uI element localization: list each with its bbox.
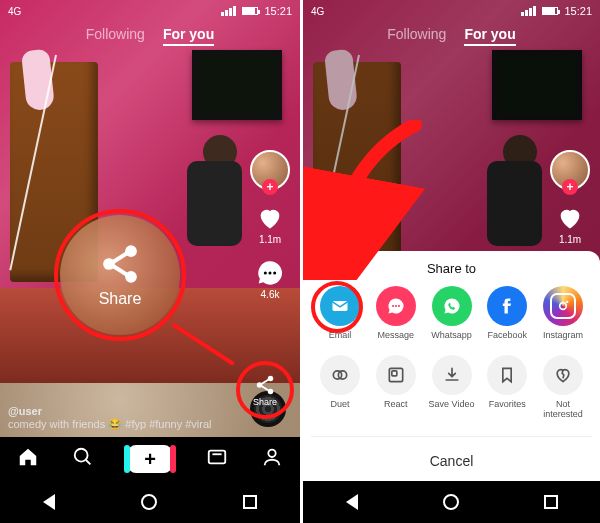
follow-plus-icon[interactable]: +: [562, 179, 578, 195]
share-label: Instagram: [543, 331, 583, 341]
svg-point-0: [264, 271, 267, 274]
like-button[interactable]: 1.1m: [555, 204, 585, 245]
svg-point-9: [75, 449, 88, 462]
svg-point-17: [566, 301, 568, 303]
nav-home[interactable]: [141, 494, 157, 510]
comment-icon: [255, 259, 285, 287]
heart-icon: [555, 204, 585, 232]
svg-point-1: [268, 271, 271, 274]
share-option-favorites[interactable]: Favorites: [482, 355, 532, 420]
caption-description: comedy with friends 😂 #fyp #funny #viral: [8, 417, 240, 431]
recents-square-icon: [243, 495, 257, 509]
share-label: Not interested: [543, 400, 583, 420]
tab-following[interactable]: Following: [387, 26, 446, 46]
search-icon: [72, 446, 94, 468]
tab-discover[interactable]: [72, 446, 94, 472]
plus-icon: +: [128, 445, 172, 473]
feed-tabs: Following For you: [303, 26, 600, 46]
share-option-message[interactable]: Message: [371, 286, 421, 341]
share-option-react[interactable]: React: [371, 355, 421, 420]
tab-inbox[interactable]: [206, 446, 228, 472]
phone-left-feed: 4G 15:21 Following For you + 1.1m 4.6k S…: [0, 0, 300, 523]
heart-icon: [255, 204, 285, 232]
author-avatar[interactable]: +: [250, 150, 290, 190]
feed-tabs: Following For you: [0, 26, 300, 46]
svg-point-13: [392, 305, 394, 307]
share-label: Save Video: [429, 400, 475, 410]
share-option-facebook[interactable]: Facebook: [482, 286, 532, 341]
comment-count: 4.6k: [261, 289, 280, 300]
back-triangle-icon: [43, 494, 55, 510]
svg-point-16: [560, 303, 567, 310]
share-sheet-title: Share to: [427, 261, 476, 276]
share-option-not-interested[interactable]: Not interested: [538, 355, 588, 420]
tab-for-you[interactable]: For you: [464, 26, 515, 46]
tab-home[interactable]: [17, 446, 39, 472]
svg-point-15: [398, 305, 400, 307]
tab-for-you[interactable]: For you: [163, 26, 214, 46]
share-label-small: Share: [253, 397, 277, 407]
share-option-email[interactable]: Email: [315, 286, 365, 341]
app-tab-bar: +: [0, 437, 300, 481]
inbox-icon: [206, 446, 228, 468]
action-rail: + 1.1m: [546, 150, 594, 245]
like-count: 1.1m: [559, 234, 581, 245]
signal-icon: [521, 6, 536, 16]
home-circle-icon: [443, 494, 459, 510]
nav-recents[interactable]: [544, 495, 558, 509]
sheet-divider: [311, 436, 592, 437]
clock: 15:21: [564, 5, 592, 17]
share-option-instagram[interactable]: Instagram: [538, 286, 588, 341]
battery-icon: [242, 7, 258, 15]
network-indicator: 4G: [8, 6, 21, 17]
share-option-duet[interactable]: Duet: [315, 355, 365, 420]
create-button[interactable]: +: [128, 445, 172, 473]
follow-plus-icon[interactable]: +: [262, 179, 278, 195]
download-icon: [432, 355, 472, 395]
svg-point-14: [395, 305, 397, 307]
phone-right-share-sheet: 4G 15:21 Following For you + 1.1m Share …: [300, 0, 600, 523]
android-nav-bar: [303, 481, 600, 523]
share-label: Duet: [330, 400, 349, 410]
signal-icon: [221, 6, 236, 16]
share-option-save-video[interactable]: Save Video: [427, 355, 477, 420]
share-label: Message: [377, 331, 414, 341]
like-button[interactable]: 1.1m: [255, 204, 285, 245]
nav-back[interactable]: [346, 494, 358, 510]
network-indicator: 4G: [311, 6, 324, 17]
email-icon: [320, 286, 360, 326]
share-option-whatsapp[interactable]: Whatsapp: [427, 286, 477, 341]
clock: 15:21: [264, 5, 292, 17]
tab-following[interactable]: Following: [86, 26, 145, 46]
share-callout-zoom: Share: [60, 215, 180, 335]
recents-square-icon: [544, 495, 558, 509]
status-bar: 4G 15:21: [303, 0, 600, 22]
author-avatar[interactable]: +: [550, 150, 590, 190]
message-icon: [376, 286, 416, 326]
heart-broken-icon: [543, 355, 583, 395]
status-bar: 4G 15:21: [0, 0, 300, 22]
comment-button[interactable]: 4.6k: [255, 259, 285, 300]
share-row-apps: Email Message Whatsapp Facebook: [311, 286, 592, 341]
share-button[interactable]: Share: [242, 367, 288, 413]
duet-icon: [320, 355, 360, 395]
action-rail: + 1.1m 4.6k: [246, 150, 294, 300]
share-cancel-button[interactable]: Cancel: [430, 445, 474, 475]
like-count: 1.1m: [259, 234, 281, 245]
svg-rect-21: [392, 371, 397, 376]
nav-back[interactable]: [43, 494, 55, 510]
share-label: Email: [329, 331, 352, 341]
react-icon: [376, 355, 416, 395]
nav-home[interactable]: [443, 494, 459, 510]
whatsapp-icon: [432, 286, 472, 326]
share-label-large: Share: [99, 290, 142, 308]
nav-recents[interactable]: [243, 495, 257, 509]
share-label: React: [384, 400, 408, 410]
share-icon: [98, 242, 142, 286]
caption-username[interactable]: @user: [8, 405, 240, 417]
person-icon: [261, 446, 283, 468]
share-icon: [254, 374, 276, 396]
home-icon: [17, 446, 39, 468]
battery-icon: [542, 7, 558, 15]
tab-profile[interactable]: [261, 446, 283, 472]
